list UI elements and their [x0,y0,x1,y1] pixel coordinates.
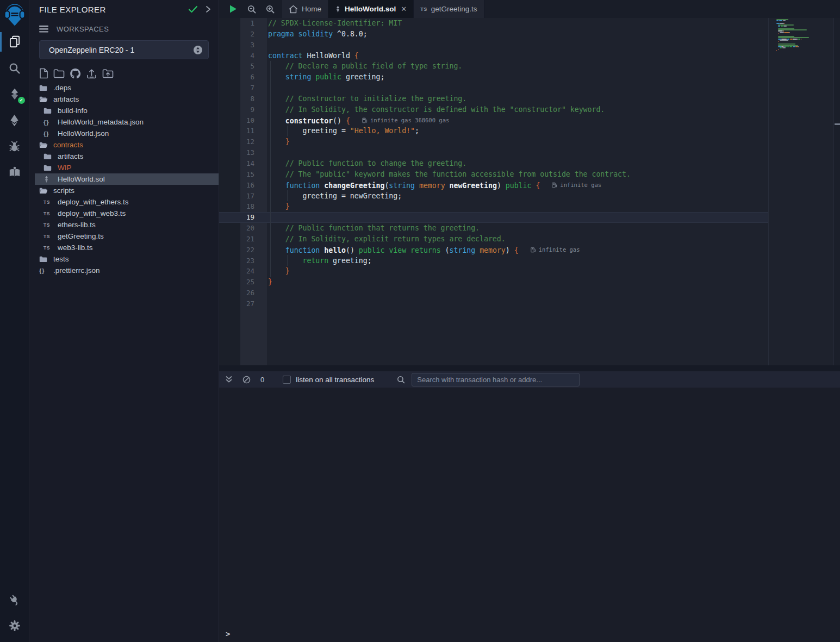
tree-item-build-info[interactable]: build-info [29,105,219,116]
zoom-in-icon[interactable] [266,5,275,14]
code-line: 23 return greeting; [219,255,768,266]
plugin-manager-icon[interactable] [0,587,29,613]
tab-label: HelloWorld.sol [345,5,396,13]
minimap[interactable] [771,19,833,364]
terminal-expand-icon[interactable] [225,376,233,383]
tree-item-label: ethers-lib.ts [58,221,96,229]
tree-item-ethers-lib-ts[interactable]: TSethers-lib.ts [29,219,219,230]
tree-item-helloworld-sol[interactable]: HelloWorld.sol [35,173,219,185]
tree-item-scripts[interactable]: scripts [29,185,219,196]
clone-git-icon[interactable] [70,68,81,79]
tree-item-web3-lib-ts[interactable]: TSweb3-lib.ts [29,242,219,253]
tree-item--deps[interactable]: .deps [29,82,219,94]
terminal-content[interactable]: > [219,388,840,642]
file-explorer-panel: FILE EXPLORER WORKSPACES OpenZeppelin ER… [29,0,219,642]
tree-item-deploy-with-ethers-ts[interactable]: TSdeploy_with_ethers.ts [29,196,219,208]
folder-open-icon [39,188,48,194]
listen-transactions-label: listen on all transactions [296,376,374,384]
code-line: 5 // Declare a public field of type stri… [219,61,768,72]
new-file-icon[interactable] [39,68,48,79]
settings-icon[interactable] [0,613,29,639]
line-number: 24 [219,266,267,277]
learneth-icon[interactable] [0,159,29,185]
tab-getgreeting-ts[interactable]: TSgetGreeting.ts [414,0,484,18]
solidity-compiler-icon[interactable]: ✓ [0,81,29,107]
tree-item-artifacts[interactable]: artifacts [29,151,219,162]
terminal-resize-handle[interactable] [219,365,840,371]
tree-item-deploy-with-web3-ts[interactable]: TSdeploy_with_web3.ts [29,208,219,219]
tree-item-label: artifacts [53,95,79,103]
upload-folder-icon[interactable] [102,68,114,78]
deploy-run-icon[interactable] [0,107,29,133]
line-number: 23 [219,255,267,266]
file-explorer-icon[interactable] [0,29,29,55]
tree-item-wip[interactable]: WIP [29,162,219,173]
code-line: 3 [219,40,768,51]
line-number: 7 [219,83,267,94]
line-number: 5 [219,61,267,72]
workspaces-menu-icon[interactable] [39,26,48,33]
tree-item-label: HelloWorld.sol [58,175,105,183]
code-line: 11 greeting = "Hello, World!"; [219,126,768,136]
gas-estimate-widget: infinite gas [531,245,580,255]
tree-item-helloworld-metadata-json[interactable]: {}HelloWorld_metadata.json [29,116,219,128]
tree-item-artifacts[interactable]: artifacts [29,94,219,105]
line-content: greeting = "Hello, World!"; [267,126,419,136]
tab-home[interactable]: Home [282,0,328,18]
tree-item-label: HelloWorld_metadata.json [58,118,144,126]
clear-console-icon[interactable] [242,376,251,384]
code-line: 18 } [219,201,768,212]
workspace-sort-icon[interactable] [193,45,203,55]
scrollbar-thumb[interactable] [835,123,840,125]
remix-logo-icon [1,1,28,29]
line-content: // Declare a public field of type string… [267,61,462,72]
zoom-out-icon[interactable] [247,5,256,14]
code-editor[interactable]: 1// SPDX-License-Identifier: MIT2pragma … [219,18,840,365]
line-content: contract HelloWorld { [267,51,359,61]
transaction-search-input[interactable] [412,373,580,387]
run-script-icon[interactable] [229,4,238,14]
line-content: } [267,277,272,288]
tree-item-contracts[interactable]: contracts [29,139,219,151]
code-line: 15 // The "public" keyword makes the fun… [219,169,768,180]
line-content: // Constructor to initialize the greetin… [267,94,466,104]
tree-item-getgreeting-ts[interactable]: TSgetGreeting.ts [29,230,219,242]
listen-transactions-checkbox[interactable] [283,376,291,384]
debugger-icon[interactable] [0,133,29,159]
tab-label: Home [302,5,321,13]
ts-icon: TS [43,222,53,228]
tree-item-label: deploy_with_ethers.ts [58,198,129,206]
tree-item-label: contracts [53,141,83,149]
line-content [267,298,268,309]
editor-scrollbar[interactable] [833,18,840,365]
workspace-check-icon[interactable] [188,5,198,13]
tree-item--prettierrc-json[interactable]: {}.prettierrc.json [29,265,219,276]
compiler-success-badge: ✓ [18,97,25,104]
code-line: 25} [219,277,768,288]
line-content: // The "public" keyword makes the functi… [267,169,631,180]
tree-item-helloworld-json[interactable]: {}HelloWorld.json [29,128,219,139]
code-line: 22 function hello() public view returns … [219,245,768,255]
code-lines: 1// SPDX-License-Identifier: MIT2pragma … [219,18,768,309]
line-content: pragma solidity ^0.8.0; [267,29,368,40]
folder-open-icon [39,96,48,103]
code-line: 17 greeting = newGreeting; [219,191,768,202]
remix-ide-window: ✓ FILE EXPLORER WORKSPACES OpenZeppelin … [0,0,840,642]
panel-chevron-right-icon[interactable] [206,5,211,13]
new-folder-icon[interactable] [53,68,65,78]
tree-item-tests[interactable]: tests [29,253,219,265]
tab-helloworld-sol[interactable]: HelloWorld.sol✕ [328,0,414,18]
ts-icon: TS [43,200,53,205]
folder-icon [39,256,48,263]
tab-label: getGreeting.ts [431,5,477,13]
line-number: 2 [219,29,267,40]
search-icon[interactable] [0,55,29,81]
json-icon: {} [43,119,53,126]
line-number: 13 [219,147,267,158]
workspace-select[interactable]: OpenZeppelin ERC20 - 1 [39,40,209,59]
line-content [267,212,268,223]
tab-close-icon[interactable]: ✕ [401,5,407,13]
json-icon: {} [43,130,53,137]
line-number: 8 [219,94,267,104]
upload-file-icon[interactable] [86,68,97,79]
